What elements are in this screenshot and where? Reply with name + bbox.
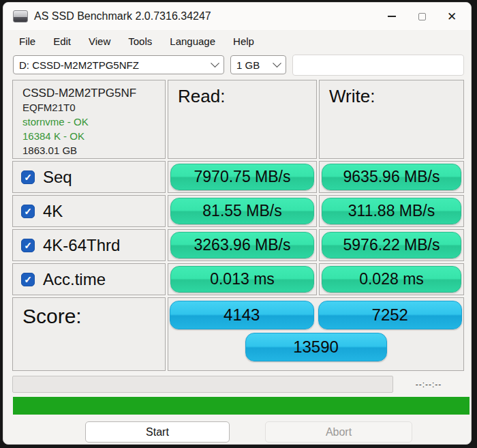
acctime-read-cell: 0.013 ms [168,263,317,295]
4k-write-value: 311.88 MB/s [322,198,461,224]
drive-capacity: 1863.01 GB [22,143,157,158]
acctime-checkbox[interactable] [21,273,35,286]
abort-button[interactable]: Abort [265,421,412,443]
score-panel: 4143 7252 13590 [168,297,464,371]
chevron-down-icon [273,59,281,68]
acctime-read-value: 0.013 ms [170,266,314,293]
start-button[interactable]: Start [85,421,230,443]
close-icon: ✕ [447,11,457,23]
toolbar: D: CSSD-M2M2TPG5NFZ 1 GB [3,53,471,77]
window-title: AS SSD Benchmark 2.0.7316.34247 [34,10,377,23]
test-size-value: 1 GB [236,59,274,71]
acctime-write-cell: 0.028 ms [319,263,464,295]
status-bar [12,376,393,393]
seq-checkbox[interactable] [21,170,35,184]
menu-help[interactable]: Help [224,33,263,50]
4k64thrd-write-cell: 5976.22 MB/s [319,229,464,261]
acctime-write-value: 0.028 ms [322,266,461,293]
progress-bar [13,397,470,415]
table-row-4k: 4K [12,195,166,227]
elapsed-time: --:--:-- [393,380,464,389]
seq-write-cell: 9635.96 MB/s [319,161,464,193]
4k-write-cell: 311.88 MB/s [319,195,464,227]
read-column-header: Read: [168,80,317,159]
menu-view[interactable]: View [80,33,119,50]
menu-bar: File Edit View Tools Language Help [3,30,471,53]
4k64thrd-read-cell: 3263.96 MB/s [168,229,317,261]
maximize-icon [418,13,426,20]
table-row-seq: Seq [12,161,166,193]
score-label: Score: [12,297,166,371]
results-grid: CSSD-M2M2TPG5NF EQFM21T0 stornvme - OK 1… [12,80,464,371]
app-ssd-drive-icon [13,10,28,23]
status-row: --:--:-- [12,376,464,393]
action-buttons: Start Abort [3,421,471,443]
drive-model: CSSD-M2M2TPG5NF [22,86,157,100]
4k-label: 4K [43,202,63,221]
app-window: AS SSD Benchmark 2.0.7316.34247 ✕ File E… [3,2,472,445]
4k64thrd-read-value: 3263.96 MB/s [170,232,314,258]
seq-write-value: 9635.96 MB/s [322,164,461,190]
chevron-down-icon [211,59,219,68]
minimize-icon [388,16,396,17]
score-read-value: 4143 [170,301,314,329]
score-total-value: 13590 [245,333,387,361]
menu-edit[interactable]: Edit [44,33,80,50]
drive-driver-status: stornvme - OK [22,115,157,129]
4k64thrd-checkbox[interactable] [21,239,35,252]
table-row-acctime: Acc.time [12,263,166,295]
table-row-4k64thrd: 4K-64Thrd [12,229,166,261]
drive-info-panel: CSSD-M2M2TPG5NF EQFM21T0 stornvme - OK 1… [12,80,166,159]
4k-read-value: 81.55 MB/s [170,198,314,224]
menu-tools[interactable]: Tools [119,33,161,50]
maximize-button[interactable] [407,5,437,27]
4k64thrd-write-value: 5976.22 MB/s [322,232,461,258]
title-bar: AS SSD Benchmark 2.0.7316.34247 ✕ [3,3,471,30]
seq-read-value: 7970.75 MB/s [170,164,314,190]
acctime-label: Acc.time [43,270,106,289]
4k-checkbox[interactable] [21,205,35,218]
drive-alignment-status: 16384 K - OK [22,129,157,143]
score-write-value: 7252 [318,301,463,329]
drive-select[interactable]: D: CSSD-M2M2TPG5NFZ [13,55,224,74]
menu-language[interactable]: Language [161,33,224,50]
menu-file[interactable]: File [10,33,44,50]
4k64thrd-label: 4K-64Thrd [43,236,120,255]
drive-firmware: EQFM21T0 [22,100,157,115]
seq-read-cell: 7970.75 MB/s [168,161,317,193]
write-column-header: Write: [319,80,464,159]
close-button[interactable]: ✕ [437,5,467,27]
test-size-select[interactable]: 1 GB [230,55,286,74]
4k-read-cell: 81.55 MB/s [168,195,317,227]
empty-field[interactable] [292,55,464,76]
seq-label: Seq [43,168,72,187]
drive-select-value: D: CSSD-M2M2TPG5NFZ [19,59,212,71]
minimize-button[interactable] [377,5,407,27]
